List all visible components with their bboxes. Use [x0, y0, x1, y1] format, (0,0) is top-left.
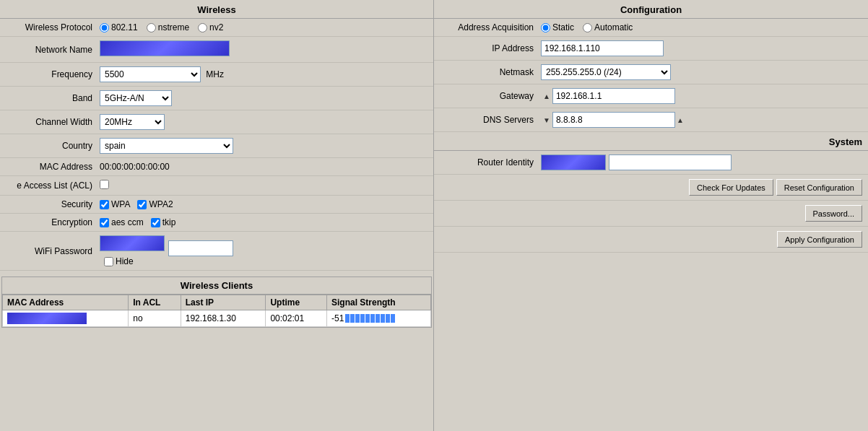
col-uptime: Uptime — [266, 295, 327, 310]
clients-header-row: MAC Address In ACL Last IP Uptime Signal… — [3, 295, 431, 310]
protocol-802-label[interactable]: 802.11 — [100, 22, 138, 32]
protocol-nstreme-radio[interactable] — [147, 23, 156, 32]
aes-ccm-checkbox[interactable] — [100, 218, 109, 227]
ip-address-row: IP Address — [434, 37, 868, 61]
client-mac-redacted — [7, 313, 87, 324]
tkip-label[interactable]: tkip — [151, 217, 176, 227]
mac-address-value: 00:00:00:00:00:00 — [100, 162, 170, 172]
check-updates-button[interactable]: Check For Updates — [689, 179, 773, 196]
signal-bar-1 — [345, 314, 350, 323]
wpa-checkbox[interactable] — [100, 200, 109, 209]
acl-checkbox[interactable] — [100, 180, 109, 189]
signal-bar-9 — [386, 314, 390, 323]
frequency-label: Frequency — [6, 69, 100, 79]
security-control: WPA WPA2 — [100, 199, 428, 209]
netmask-row: Netmask 255.255.255.0 (/24) — [434, 61, 868, 84]
wireless-protocol-row: Wireless Protocol 802.11 nstreme nv2 — [0, 19, 433, 37]
acl-control — [100, 180, 428, 191]
wpa-text: WPA — [111, 199, 130, 209]
band-control: 5GHz-A/N — [100, 90, 428, 106]
channel-width-label: Channel Width — [6, 117, 100, 127]
ip-address-control — [541, 40, 862, 56]
aes-ccm-text: aes ccm — [111, 217, 144, 227]
aes-ccm-label[interactable]: aes ccm — [100, 217, 144, 227]
dns-servers-label: DNS Servers — [440, 115, 541, 125]
apply-configuration-button[interactable]: Apply Configuration — [777, 231, 862, 248]
dns-servers-input[interactable] — [552, 112, 675, 128]
wifi-password-input[interactable] — [168, 240, 233, 256]
security-label: Security — [6, 199, 100, 209]
wpa2-checkbox[interactable] — [137, 200, 147, 209]
channel-width-row: Channel Width 20MHz — [0, 110, 433, 134]
col-lastip: Last IP — [181, 295, 266, 310]
hide-password-label[interactable]: Hide — [104, 256, 428, 266]
encryption-label: Encryption — [6, 217, 100, 227]
static-radio[interactable] — [541, 23, 550, 32]
signal-bar-6 — [370, 314, 375, 323]
automatic-label[interactable]: Automatic — [583, 22, 633, 32]
col-signal: Signal Strength — [326, 295, 430, 310]
hide-text: Hide — [116, 256, 134, 266]
system-section-title: System — [434, 132, 868, 151]
wireless-protocol-control: 802.11 nstreme nv2 — [100, 22, 428, 32]
gateway-row: Gateway ▲ — [434, 84, 868, 108]
tkip-checkbox[interactable] — [151, 218, 160, 227]
gateway-label: Gateway — [440, 91, 541, 101]
wireless-clients-table: MAC Address In ACL Last IP Uptime Signal… — [2, 295, 431, 327]
password-row: Password... — [434, 201, 868, 227]
client-mac — [3, 310, 129, 327]
wifi-password-redacted — [100, 235, 165, 251]
signal-value: -51 — [331, 313, 344, 323]
protocol-802-radio[interactable] — [100, 23, 109, 32]
frequency-select[interactable]: 5500 — [100, 66, 201, 82]
signal-bar-5 — [365, 314, 370, 323]
password-button[interactable]: Password... — [805, 205, 862, 222]
wpa-label[interactable]: WPA — [100, 199, 130, 209]
gateway-up-arrow[interactable]: ▲ — [543, 92, 550, 100]
network-name-label: Network Name — [6, 45, 100, 55]
wpa2-label[interactable]: WPA2 — [137, 199, 173, 209]
router-identity-redacted — [541, 154, 606, 170]
wifi-password-row: WiFi Password Hide — [0, 232, 433, 271]
protocol-nv2-radio[interactable] — [198, 23, 207, 32]
acl-row: e Access List (ACL) — [0, 176, 433, 196]
address-acquisition-label: Address Acquisition — [440, 22, 541, 32]
automatic-radio[interactable] — [583, 23, 592, 32]
dns-up-arrow[interactable]: ▲ — [677, 116, 684, 124]
gateway-input[interactable] — [552, 88, 675, 104]
netmask-control: 255.255.255.0 (/24) — [541, 64, 862, 80]
frequency-control: 5500 MHz — [100, 66, 428, 82]
automatic-text: Automatic — [594, 22, 633, 32]
dns-down-arrow[interactable]: ▼ — [543, 116, 550, 124]
netmask-select[interactable]: 255.255.255.0 (/24) — [541, 64, 671, 80]
system-section: System Router Identity Check For Updates… — [434, 132, 868, 253]
protocol-nstreme-label[interactable]: nstreme — [147, 22, 189, 32]
country-row: Country spain — [0, 134, 433, 158]
mac-address-row: MAC Address 00:00:00:00:00:00 — [0, 158, 433, 176]
col-mac: MAC Address — [3, 295, 129, 310]
router-identity-input[interactable] — [609, 154, 732, 170]
reset-configuration-button[interactable]: Reset Configuration — [776, 179, 862, 196]
signal-bar-2 — [350, 314, 355, 323]
signal-bar-10 — [391, 314, 395, 323]
dns-servers-control: ▼ ▲ — [541, 112, 862, 128]
protocol-nv2-label[interactable]: nv2 — [198, 22, 223, 32]
apply-row: Apply Configuration — [434, 227, 868, 253]
wireless-protocol-label: Wireless Protocol — [6, 22, 100, 32]
wifi-password-control: Hide — [100, 235, 428, 266]
network-name-redacted — [100, 40, 230, 56]
netmask-label: Netmask — [440, 67, 541, 77]
country-select[interactable]: spain — [100, 138, 233, 154]
ip-address-input[interactable] — [541, 40, 664, 56]
mac-address-label: MAC Address — [6, 162, 100, 172]
wifi-password-label: WiFi Password — [6, 246, 100, 256]
protocol-nstreme-text: nstreme — [158, 22, 189, 32]
country-control: spain — [100, 138, 428, 154]
band-select[interactable]: 5GHz-A/N — [100, 90, 172, 106]
country-label: Country — [6, 141, 100, 151]
router-identity-row: Router Identity — [434, 151, 868, 175]
channel-width-select[interactable]: 20MHz — [100, 114, 165, 130]
static-label[interactable]: Static — [541, 22, 574, 32]
wireless-clients-section: Wireless Clients MAC Address In ACL Last… — [1, 277, 432, 328]
hide-password-checkbox[interactable] — [104, 257, 113, 266]
